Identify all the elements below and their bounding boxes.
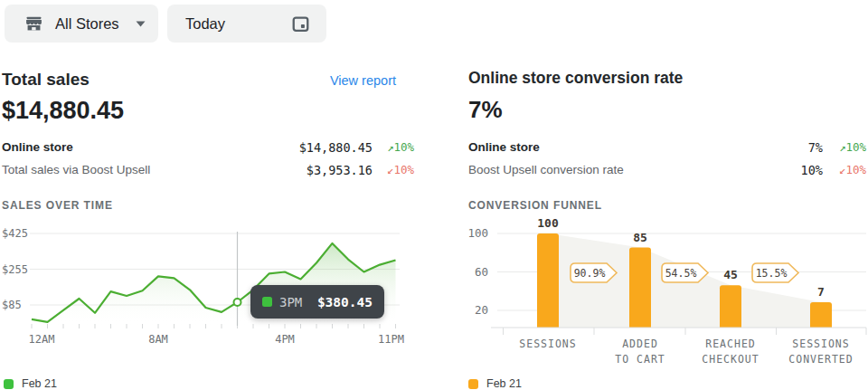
funnel-category-label: CHECKOUT	[702, 353, 759, 366]
conversion-rate-label: 54.5%	[665, 267, 697, 280]
conversion-funnel-heading: CONVERSION FUNNEL	[468, 199, 602, 212]
sales-chart-legend: Feb 21	[4, 377, 57, 390]
sales-over-time-heading: SALES OVER TIME	[2, 199, 113, 212]
sales-chart-tooltip: 3PM $380.45	[250, 285, 384, 319]
y-axis-label: $425	[2, 227, 28, 240]
funnel-category-label: SESSIONS	[519, 338, 576, 350]
y-axis-label: 60	[475, 265, 488, 279]
tooltip-time: 3PM	[279, 295, 317, 309]
conversion-title: Online store conversion rate	[468, 69, 683, 88]
metric-row-boost-upsell-rate: Boost Upsell conversion rate 10% ↙10%	[468, 158, 866, 181]
conversion-rate-label: 15.5%	[756, 267, 788, 280]
metric-value: 7%	[760, 140, 823, 155]
highlighted-point[interactable]	[234, 299, 241, 306]
top-bar: All Stores Today	[0, 0, 868, 51]
funnel-category-label: SESSIONS	[792, 338, 849, 350]
x-axis-label: 4PM	[275, 333, 295, 346]
metric-delta: ↗10%	[823, 140, 866, 154]
total-sales-title: Total sales	[2, 70, 90, 90]
bar-value-label: 85	[633, 231, 647, 244]
total-sales-amount: $14,880.45	[2, 97, 124, 125]
y-axis-label: 100	[467, 226, 488, 240]
legend-swatch-green	[4, 379, 14, 389]
metric-delta: ↗10%	[373, 140, 414, 154]
funnel-chart-legend: Feb 21	[468, 377, 522, 390]
view-report-link[interactable]: View report	[330, 73, 396, 88]
x-axis-label: 8AM	[148, 333, 168, 346]
metric-label: Boost Upsell conversion rate	[468, 163, 760, 176]
funnel-bar[interactable]	[720, 285, 741, 328]
funnel-bar[interactable]	[537, 233, 559, 328]
funnel-category-label: ADDED	[622, 338, 658, 350]
x-axis-label: 11PM	[378, 333, 404, 346]
tooltip-series-swatch	[262, 297, 272, 307]
conversion-funnel-chart[interactable]: 10060201008545790.9%54.5%15.5%SESSIONSAD…	[457, 217, 868, 369]
funnel-bar[interactable]	[810, 302, 832, 328]
store-selector-label: All Stores	[55, 15, 136, 33]
funnel-category-label: REACHED	[705, 338, 755, 350]
y-axis-label: $255	[2, 263, 28, 276]
metric-value: $3,953.16	[264, 163, 373, 177]
metric-row-online-store: Online store $14,880.45 ↗10%	[2, 136, 414, 158]
metric-row-boost-upsell-sales: Total sales via Boost Upsell $3,953.16 ↙…	[2, 158, 414, 181]
bar-value-label: 100	[537, 217, 559, 230]
metric-value: $14,880.45	[264, 140, 373, 155]
x-axis-label: 12AM	[29, 333, 55, 346]
metric-value: 10%	[760, 163, 823, 177]
tooltip-value: $380.45	[317, 295, 373, 309]
bar-value-label: 45	[723, 268, 738, 281]
legend-label: Feb 21	[22, 377, 57, 390]
legend-swatch-orange	[468, 379, 478, 389]
metric-label: Online store	[468, 140, 760, 154]
funnel-bar[interactable]	[629, 248, 651, 328]
metric-label: Online store	[2, 140, 264, 154]
funnel-category-label: TO CART	[615, 353, 665, 366]
metric-delta: ↙10%	[823, 163, 866, 176]
y-axis-label: $85	[2, 299, 22, 311]
conversion-rate-label: 90.9%	[574, 267, 606, 280]
legend-label: Feb 21	[486, 377, 522, 390]
conversion-metrics: Online store 7% ↗10% Boost Upsell conver…	[468, 136, 866, 181]
conversion-amount: 7%	[468, 96, 503, 124]
metric-delta: ↙10%	[373, 163, 414, 176]
date-selector-button[interactable]: Today	[167, 5, 326, 43]
date-selector-label: Today	[185, 15, 291, 33]
total-sales-metrics: Online store $14,880.45 ↗10% Total sales…	[2, 136, 414, 181]
metric-row-online-store-rate: Online store 7% ↗10%	[468, 136, 866, 158]
store-selector-button[interactable]: All Stores	[5, 5, 158, 43]
bar-value-label: 7	[817, 285, 825, 299]
chevron-down-icon	[136, 21, 146, 27]
calendar-icon	[291, 14, 310, 33]
storefront-icon	[24, 14, 43, 33]
funnel-category-label: CONVERTED	[788, 353, 853, 366]
y-axis-label: 20	[475, 303, 488, 317]
metric-label: Total sales via Boost Upsell	[2, 163, 264, 176]
